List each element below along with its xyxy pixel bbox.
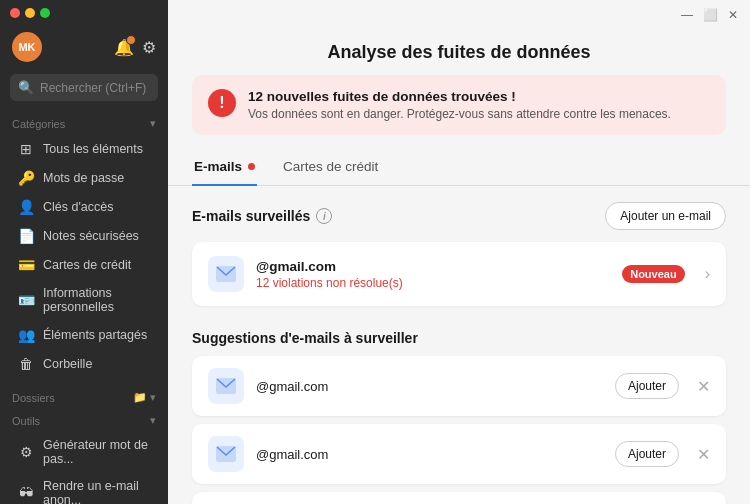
dismiss-suggestion-2-icon[interactable]: ✕ xyxy=(697,445,710,464)
chevron-down-icon: ▾ xyxy=(150,117,156,130)
categories-label: Catégories ▾ xyxy=(0,111,168,134)
sidebar-item-label: Corbeille xyxy=(43,357,92,371)
sidebar-item-passwords[interactable]: 🔑 Mots de passe xyxy=(6,164,162,192)
monitored-email-card[interactable]: @gmail.com 12 violations non résolue(s) … xyxy=(192,242,726,306)
suggestion-email-1: @gmail.com xyxy=(256,379,603,394)
new-badge: Nouveau xyxy=(622,265,684,283)
window-controls-bar xyxy=(0,0,168,22)
notification-badge xyxy=(126,35,136,45)
suggestion-envelope-icon-1 xyxy=(208,368,244,404)
suggestion-row-3: info@ .com Ajouter ✕ xyxy=(192,492,726,504)
email-card-details: @gmail.com 12 violations non résolue(s) xyxy=(256,259,610,290)
minimize-window-button[interactable] xyxy=(25,8,35,18)
email-envelope-icon xyxy=(208,256,244,292)
suggestions-title: Suggestions d'e-mails à surveiller xyxy=(192,330,726,346)
suggestion-row-1: @gmail.com Ajouter ✕ xyxy=(192,356,726,416)
card-icon: 💳 xyxy=(18,257,34,273)
alert-title: 12 nouvelles fuites de données trouvées … xyxy=(248,89,671,104)
info-icon[interactable]: i xyxy=(316,208,332,224)
main-content: — ⬜ ✕ Analyse des fuites de données ! 12… xyxy=(168,0,750,504)
tab-emails-label: E-mails xyxy=(194,159,242,174)
tools-label: Outils ▾ xyxy=(0,408,168,431)
id-icon: 🪪 xyxy=(18,292,34,308)
generator-icon: ⚙ xyxy=(18,444,34,460)
search-box[interactable]: 🔍 xyxy=(10,74,158,101)
email-violations: 12 violations non résolue(s) xyxy=(256,276,610,290)
main-titlebar: — ⬜ ✕ xyxy=(168,0,750,26)
alert-box: ! 12 nouvelles fuites de données trouvée… xyxy=(192,75,726,135)
suggestions-section: Suggestions d'e-mails à surveiller @gmai… xyxy=(168,330,750,504)
sidebar-item-generator[interactable]: ⚙ Générateur mot de pas... xyxy=(6,432,162,472)
sidebar-item-shared[interactable]: 👥 Éléments partagés xyxy=(6,321,162,349)
sidebar-item-access[interactable]: 👤 Clés d'accès xyxy=(6,193,162,221)
sidebar-item-label: Tous les éléments xyxy=(43,142,143,156)
tab-cards-label: Cartes de crédit xyxy=(283,159,378,174)
grid-icon: ⊞ xyxy=(18,141,34,157)
add-suggestion-button-1[interactable]: Ajouter xyxy=(615,373,679,399)
anon-icon: 🕶 xyxy=(18,485,34,501)
suggestion-email-2: @gmail.com xyxy=(256,447,603,462)
alert-text: 12 nouvelles fuites de données trouvées … xyxy=(248,89,671,121)
monitored-emails-header: E-mails surveillés i Ajouter un e-mail xyxy=(192,202,726,230)
avatar[interactable]: MK xyxy=(12,32,42,62)
maximize-window-button[interactable] xyxy=(40,8,50,18)
sidebar-item-trash[interactable]: 🗑 Corbeille xyxy=(6,350,162,378)
suggestion-envelope-icon-2 xyxy=(208,436,244,472)
sidebar-item-label: Cartes de crédit xyxy=(43,258,131,272)
tab-cards[interactable]: Cartes de crédit xyxy=(281,151,380,186)
key-icon: 🔑 xyxy=(18,170,34,186)
chevron-right-icon: › xyxy=(705,265,710,283)
restore-icon[interactable]: ⬜ xyxy=(703,8,718,22)
folder-icon: 📁 ▾ xyxy=(133,391,156,404)
sidebar-item-label: Notes sécurisées xyxy=(43,229,139,243)
sidebar-item-notes[interactable]: 📄 Notes sécurisées xyxy=(6,222,162,250)
people-icon: 👥 xyxy=(18,327,34,343)
suggestion-row-2: @gmail.com Ajouter ✕ xyxy=(192,424,726,484)
monitored-emails-title: E-mails surveillés i xyxy=(192,208,332,224)
email-address: @gmail.com xyxy=(256,259,610,274)
sidebar-item-label: Éléments partagés xyxy=(43,328,147,342)
main-header: Analyse des fuites de données xyxy=(168,26,750,75)
search-icon: 🔍 xyxy=(18,80,34,95)
folders-label: Dossiers 📁 ▾ xyxy=(0,385,168,408)
minimize-icon[interactable]: — xyxy=(681,8,693,22)
notification-bell-icon[interactable]: 🔔 xyxy=(114,37,134,57)
dismiss-suggestion-1-icon[interactable]: ✕ xyxy=(697,377,710,396)
sidebar-item-all[interactable]: ⊞ Tous les éléments xyxy=(6,135,162,163)
sidebar-item-label: Clés d'accès xyxy=(43,200,113,214)
settings-gear-icon[interactable]: ⚙ xyxy=(142,38,156,57)
close-window-button[interactable] xyxy=(10,8,20,18)
add-suggestion-button-2[interactable]: Ajouter xyxy=(615,441,679,467)
tabs-bar: E-mails Cartes de crédit xyxy=(168,151,750,186)
search-input[interactable] xyxy=(40,81,150,95)
sidebar-item-personal[interactable]: 🪪 Informations personnelles xyxy=(6,280,162,320)
sidebar-item-cards[interactable]: 💳 Cartes de crédit xyxy=(6,251,162,279)
sidebar-item-label: Générateur mot de pas... xyxy=(43,438,150,466)
sidebar: MK 🔔 ⚙ 🔍 Catégories ▾ ⊞ Tous les élément… xyxy=(0,0,168,504)
top-icons: 🔔 ⚙ xyxy=(114,37,156,57)
person-icon: 👤 xyxy=(18,199,34,215)
page-title: Analyse des fuites de données xyxy=(192,42,726,63)
monitored-emails-label: E-mails surveillés xyxy=(192,208,310,224)
monitored-emails-section: E-mails surveillés i Ajouter un e-mail @… xyxy=(168,202,750,330)
tools-nav: ⚙ Générateur mot de pas... 🕶 Rendre un e… xyxy=(0,431,168,504)
tab-emails-dot xyxy=(248,163,255,170)
trash-icon: 🗑 xyxy=(18,356,34,372)
note-icon: 📄 xyxy=(18,228,34,244)
tab-emails[interactable]: E-mails xyxy=(192,151,257,186)
add-email-button[interactable]: Ajouter un e-mail xyxy=(605,202,726,230)
close-icon[interactable]: ✕ xyxy=(728,8,738,22)
alert-description: Vos données sont en danger. Protégez-vou… xyxy=(248,107,671,121)
sidebar-item-label: Informations personnelles xyxy=(43,286,150,314)
categories-nav: ⊞ Tous les éléments 🔑 Mots de passe 👤 Cl… xyxy=(0,134,168,379)
chevron-tools-icon: ▾ xyxy=(150,414,156,427)
alert-icon: ! xyxy=(208,89,236,117)
sidebar-header: MK 🔔 ⚙ xyxy=(0,22,168,70)
sidebar-item-label: Mots de passe xyxy=(43,171,124,185)
sidebar-item-anon[interactable]: 🕶 Rendre un e-mail anon... xyxy=(6,473,162,504)
sidebar-item-label: Rendre un e-mail anon... xyxy=(43,479,150,504)
